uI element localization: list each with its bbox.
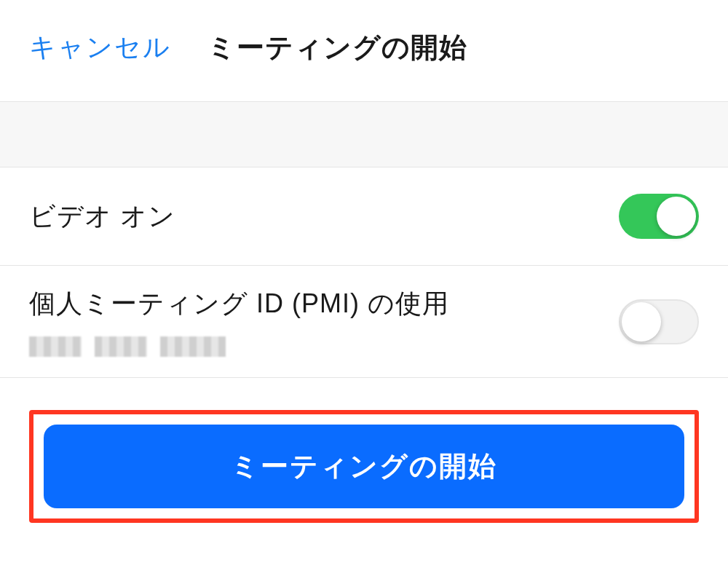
setting-row-video: ビデオ オン bbox=[0, 167, 728, 266]
redacted-block bbox=[29, 336, 82, 357]
highlight-frame: ミーティングの開始 bbox=[29, 410, 699, 523]
pmi-id-redacted bbox=[29, 336, 449, 357]
setting-label-video: ビデオ オン bbox=[29, 199, 175, 234]
header: キャンセル ミーティングの開始 bbox=[0, 0, 728, 102]
setting-row-pmi: 個人ミーティング ID (PMI) の使用 bbox=[0, 266, 728, 378]
toggle-knob bbox=[622, 302, 661, 342]
page-title: ミーティングの開始 bbox=[207, 29, 467, 66]
redacted-block bbox=[95, 336, 147, 357]
cancel-button[interactable]: キャンセル bbox=[29, 30, 171, 66]
toggle-pmi[interactable] bbox=[619, 299, 699, 344]
setting-label-pmi: 個人ミーティング ID (PMI) の使用 bbox=[29, 286, 449, 322]
toggle-knob bbox=[657, 197, 696, 236]
toggle-video-on[interactable] bbox=[619, 194, 699, 239]
redacted-block bbox=[160, 336, 226, 357]
start-meeting-button[interactable]: ミーティングの開始 bbox=[44, 425, 684, 508]
button-container: ミーティングの開始 bbox=[0, 378, 728, 555]
setting-text-group-pmi: 個人ミーティング ID (PMI) の使用 bbox=[29, 286, 449, 357]
section-spacer bbox=[0, 102, 728, 167]
settings-list: ビデオ オン 個人ミーティング ID (PMI) の使用 bbox=[0, 167, 728, 378]
